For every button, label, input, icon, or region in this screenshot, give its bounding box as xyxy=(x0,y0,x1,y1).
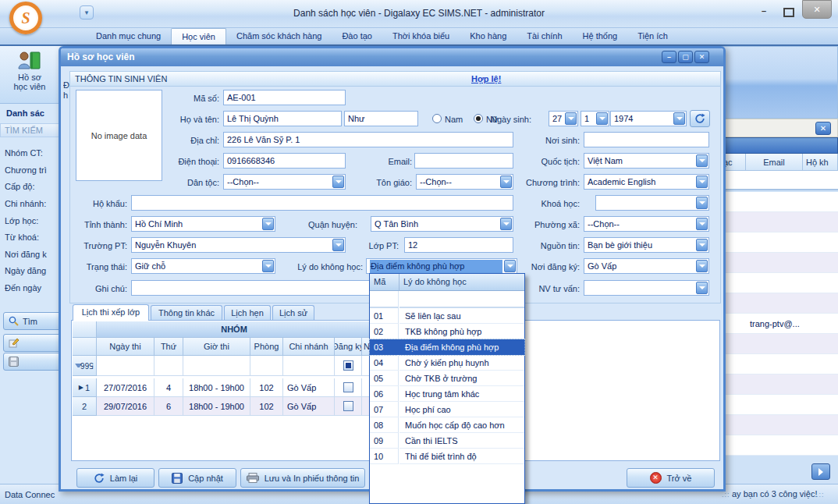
chevron-down-icon[interactable] xyxy=(504,260,516,272)
input-ho-khau[interactable] xyxy=(131,195,513,211)
menu-hoc-vien[interactable]: Học viên xyxy=(171,28,226,44)
grid-row1-indicator[interactable]: ▶ 1 xyxy=(73,378,97,397)
search-button[interactable]: Tìm xyxy=(3,312,64,330)
row1-chi-nhanh[interactable]: Gò Vấp xyxy=(283,378,335,397)
sidebar-tab-danh-sach[interactable]: Danh sác xyxy=(6,108,66,118)
bg-grid-row[interactable] xyxy=(722,374,838,395)
dropdown-row-blank[interactable] xyxy=(370,291,524,308)
row1-gio-thi[interactable]: 18h00 - 19h00 xyxy=(183,378,250,397)
dropdown-row-06[interactable]: 06 Học trung tâm khác xyxy=(370,386,524,402)
chevron-down-icon[interactable] xyxy=(696,282,708,294)
tab-lich-hen[interactable]: Lịch hẹn xyxy=(224,305,271,321)
menu-thoi-khoa-bieu[interactable]: Thời khóa biểu xyxy=(382,28,460,44)
bg-grid-row[interactable] xyxy=(722,293,838,314)
combo-ton-giao[interactable]: --Chọn-- xyxy=(416,174,513,190)
dropdown-row-09[interactable]: 09 Cần thi IELTS xyxy=(370,433,524,449)
dropdown-row-02[interactable]: 02 TKB không phù hợp xyxy=(370,324,524,339)
panel-close-icon[interactable]: ✕ xyxy=(815,122,831,135)
combo-trang-thai[interactable]: Giữ chỗ xyxy=(131,258,275,274)
tab-thong-tin-khac[interactable]: Thông tin khác xyxy=(151,305,222,321)
row2-checkbox[interactable] xyxy=(343,401,353,411)
dialog-close-button[interactable]: ✕ xyxy=(694,51,709,63)
chevron-down-icon[interactable] xyxy=(332,239,344,251)
lam-lai-button[interactable]: Làm lại xyxy=(76,468,154,488)
luu-in-button[interactable]: Lưu và In phiếu thông tin xyxy=(240,468,365,488)
dropdown-row-04[interactable]: 04 Chờ ý kiến phụ huynh xyxy=(370,355,524,371)
row1-ngay-thi[interactable]: 27/07/2016 xyxy=(97,378,154,397)
bg-grid-filter-row[interactable] xyxy=(722,171,838,190)
grid-filter-row-indicator[interactable]: 566 xyxy=(73,356,97,376)
grid-col-ngay-thi[interactable]: Ngày thi xyxy=(97,338,154,356)
row2-phong[interactable]: 102 xyxy=(250,397,283,416)
combo-tinh-thanh[interactable]: Hồ Chí Minh xyxy=(131,216,275,232)
dropdown-row-03-selected[interactable]: 03 Địa điểm không phù hợp xyxy=(370,339,524,355)
dropdown-row-07[interactable]: 07 Học phí cao xyxy=(370,402,524,417)
combo-noi-dang-ky[interactable]: Gò Vấp xyxy=(584,258,709,274)
row1-thu[interactable]: 4 xyxy=(154,378,183,397)
menu-dao-tao[interactable]: Đào tạo xyxy=(332,28,382,44)
bg-grid-row[interactable] xyxy=(722,334,838,354)
app-logo-icon[interactable]: S xyxy=(9,2,42,34)
dialog-minimize-button[interactable]: – xyxy=(662,51,676,63)
chevron-down-icon[interactable] xyxy=(696,154,708,167)
dialog-maximize-button[interactable]: ▢ xyxy=(678,51,693,63)
scroll-right-button[interactable] xyxy=(811,463,830,480)
input-ho-dem[interactable]: Lê Thị Quỳnh xyxy=(223,111,342,126)
edit-button[interactable] xyxy=(3,334,64,352)
combo-quoc-tich[interactable]: Việt Nam xyxy=(584,153,709,169)
dropdown-col-ma[interactable]: Mã xyxy=(370,274,399,291)
chevron-down-icon[interactable] xyxy=(500,176,512,188)
bg-grid-row[interactable] xyxy=(722,212,838,232)
tro-ve-button[interactable]: ✕ Trở về xyxy=(627,468,715,488)
dropdown-row-05[interactable]: 05 Chờ TKB ở trường xyxy=(370,371,524,386)
dialog-titlebar[interactable]: Hồ sơ học viên xyxy=(61,48,723,66)
bg-grid-col-email[interactable]: Email xyxy=(746,154,803,171)
combo-quan-huyen[interactable]: Q Tân Bình xyxy=(371,216,513,232)
bg-grid-row[interactable] xyxy=(722,435,838,456)
grid-col-thu[interactable]: Thứ xyxy=(154,338,183,356)
cap-nhat-button[interactable]: Cập nhật xyxy=(158,468,236,488)
combo-chuong-trinh[interactable]: Academic English xyxy=(584,174,709,190)
bg-grid-row[interactable] xyxy=(722,395,838,415)
dropdown-col-ly-do[interactable]: Lý do không học xyxy=(399,274,524,291)
bg-grid-row[interactable] xyxy=(722,354,838,374)
menu-kho-hang[interactable]: Kho hàng xyxy=(460,28,517,44)
photo-placeholder[interactable]: No image data xyxy=(76,90,162,181)
combo-ly-do-khong-hoc[interactable]: Địa điểm không phù hợp xyxy=(366,258,517,274)
grid-col-chi-nhanh[interactable]: Chi nhánh xyxy=(283,338,335,356)
chevron-down-icon[interactable] xyxy=(262,218,274,230)
row2-ngay-thi[interactable]: 29/07/2016 xyxy=(97,397,154,416)
menu-tai-chinh[interactable]: Tài chính xyxy=(517,28,572,44)
input-ma-so[interactable]: AE-001 xyxy=(223,90,346,105)
combo-phuong-xa[interactable]: --Chọn-- xyxy=(584,216,709,232)
dropdown-row-08[interactable]: 08 Muốn học cấp độ cao hơn xyxy=(370,417,524,433)
combo-truong-pt[interactable]: Nguyễn Khuyên xyxy=(131,237,346,253)
window-close-button[interactable]: ✕ xyxy=(802,0,832,19)
window-maximize-button[interactable] xyxy=(783,8,794,17)
bg-grid-row[interactable] xyxy=(722,253,838,273)
bg-grid-row[interactable] xyxy=(722,192,838,212)
input-dien-thoai[interactable]: 0916668346 xyxy=(223,153,346,169)
chevron-down-icon[interactable] xyxy=(696,239,708,251)
chevron-down-icon[interactable] xyxy=(673,112,685,125)
dropdown-row-01[interactable]: 01 Sẽ liên lạc sau xyxy=(370,308,524,324)
input-ten[interactable]: Như xyxy=(344,111,418,126)
filter-cell-dang-ky[interactable] xyxy=(335,356,362,376)
chevron-down-icon[interactable] xyxy=(696,260,708,272)
filter-cell[interactable] xyxy=(154,356,183,376)
chevron-down-icon[interactable] xyxy=(262,260,274,272)
grid-col-phong[interactable]: Phòng xyxy=(250,338,283,356)
filter-cell[interactable] xyxy=(97,356,154,376)
row1-checkbox[interactable] xyxy=(343,382,353,392)
tab-lich-su[interactable]: Lịch sử xyxy=(272,305,314,321)
row2-thu[interactable]: 6 xyxy=(154,397,183,416)
chevron-down-icon[interactable] xyxy=(565,112,577,125)
bg-grid-col-ho-khau[interactable]: Hộ kh xyxy=(803,154,838,171)
combo-khoa-hoc[interactable] xyxy=(595,195,709,211)
dropdown-row-10[interactable]: 10 Thi để biết trình độ xyxy=(370,449,524,464)
menu-danh-muc-chung[interactable]: Danh mục chung xyxy=(86,28,171,44)
combo-birth-day[interactable]: 27 xyxy=(549,111,578,126)
filter-cell[interactable] xyxy=(250,356,283,376)
filter-checkbox[interactable] xyxy=(343,360,353,371)
hop-le-link[interactable]: Hợp lệ! xyxy=(471,74,501,83)
